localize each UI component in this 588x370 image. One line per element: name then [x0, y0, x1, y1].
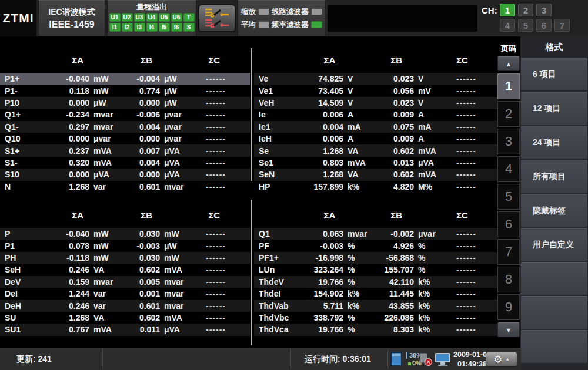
value-sigma-b: 0.001 — [123, 289, 160, 298]
page-down-button[interactable]: ▼ — [497, 322, 520, 337]
page-6-button[interactable]: 6 — [497, 211, 520, 237]
channel-4-button[interactable]: 4 — [500, 19, 515, 32]
table-row-S1+[interactable]: S1+0.237mVA0.007μVA------ — [0, 144, 250, 156]
table-row-ThdeV[interactable]: ThdeV19.766%42.110k%------ — [254, 276, 497, 288]
table-row-Q1+[interactable]: Q1+-0.234mvar-0.006μvar------ — [0, 109, 250, 120]
table-row-PF[interactable]: PF-0.003%4.926%------ — [254, 240, 497, 251]
table-row-SeH[interactable]: SeH0.246VA0.602mVA------ — [0, 264, 250, 275]
page-3-button[interactable]: 3 — [497, 129, 520, 154]
column-header-c: ΣC — [208, 55, 220, 65]
format-button-4[interactable]: 所有项目 — [521, 160, 587, 193]
table-row-P[interactable]: P-0.040mW0.030mW------ — [0, 228, 250, 240]
table-row-DeV[interactable]: DeV0.159mvar0.005mvar------ — [0, 276, 250, 288]
freq-filter-toggle[interactable] — [311, 21, 322, 28]
table-row-SU[interactable]: SU1.268VA0.602mVA------ — [0, 312, 250, 324]
overload-indicator-i3: I3 — [134, 23, 145, 32]
line-filter-toggle[interactable] — [311, 8, 322, 15]
param-name: DeI — [0, 289, 52, 298]
table-row-ThdVbc[interactable]: ThdVbc338.792%226.086k%------ — [254, 312, 497, 324]
format-sidebar-title: 格式 — [520, 36, 588, 58]
zoom-toggle[interactable] — [258, 8, 269, 15]
table-row-Q1-[interactable]: Q1-0.297mvar0.004μvar------ — [0, 121, 250, 133]
value-sigma-c: ------ — [448, 289, 497, 298]
format-button-empty[interactable] — [521, 296, 587, 329]
unit-sigma-b: mW — [160, 229, 194, 238]
page-up-button[interactable]: ▲ — [497, 56, 520, 71]
unit-sigma-a: μVA — [89, 170, 123, 179]
table-row-P1-[interactable]: P1-0.118mW0.774μW------ — [0, 85, 250, 96]
table-row-Ie1[interactable]: Ie10.004mA0.075mA------ — [254, 121, 497, 133]
table-row-IeH[interactable]: IeH0.006A0.009A------ — [254, 133, 497, 144]
table-row-Se1[interactable]: Se10.803mVA0.013μVA------ — [254, 157, 497, 169]
wiring-settings-button[interactable] — [198, 4, 236, 32]
channel-1-button[interactable]: 1 — [500, 4, 515, 16]
unit-sigma-a: VA — [89, 265, 123, 274]
unit-sigma-a: mvar — [89, 277, 123, 287]
table-row-ThdVab[interactable]: ThdVab5.711k%43.855k%------ — [254, 300, 497, 311]
channel-7-button[interactable]: 7 — [554, 19, 570, 32]
overload-indicator-u1: U1 — [109, 13, 121, 22]
format-button-1[interactable]: 6 项目 — [521, 58, 587, 90]
page-9-button[interactable]: 9 — [497, 294, 520, 320]
table-row-VeH[interactable]: VeH14.509V0.023V------ — [254, 97, 497, 109]
table-row-Se[interactable]: Se1.268VA0.602mVA------ — [254, 144, 497, 156]
unit-sigma-a: k% — [343, 301, 377, 311]
table-row-HP[interactable]: HP157.899k%4.820M%------ — [254, 181, 497, 193]
table-row-Ve1[interactable]: Ve173.405V0.056mV------ — [254, 85, 497, 96]
table-row-Q10[interactable]: Q100.000μvar0.000μvar------ — [0, 133, 250, 144]
format-button-empty[interactable] — [521, 330, 587, 363]
page-4-button[interactable]: 4 — [497, 156, 520, 182]
page-5-button[interactable]: 5 — [497, 184, 520, 210]
table-row-S1-[interactable]: S1-0.320mVA0.004μVA------ — [0, 157, 250, 169]
value-sigma-a: 1.268 — [306, 170, 343, 179]
table-row-P1[interactable]: P10.078mW-0.003μW------ — [0, 240, 250, 251]
table-row-LUn[interactable]: LUn323.264%155.707%------ — [254, 264, 497, 275]
channel-2-button[interactable]: 2 — [518, 4, 533, 16]
table-row-PH[interactable]: PH-0.118mW0.030mW------ — [0, 252, 250, 264]
channel-5-button[interactable]: 5 — [518, 19, 533, 32]
table-row-N[interactable]: N1.268var0.601mvar------ — [0, 181, 250, 193]
value-sigma-c: ------ — [448, 301, 497, 311]
table-row-S10[interactable]: S100.000μVA0.000μVA------ — [0, 169, 250, 180]
format-button-6[interactable]: 用户自定义 — [521, 228, 587, 261]
table-row-Q1[interactable]: Q10.063mvar-0.002μvar------ — [254, 228, 497, 240]
value-sigma-a: 154.902 — [306, 289, 343, 298]
table-row-Ve[interactable]: Ve74.825V0.023V------ — [254, 73, 497, 85]
scrollbar-bottom[interactable] — [251, 200, 252, 345]
table-row-DeH[interactable]: DeH0.246var0.601mvar------ — [0, 300, 250, 311]
page-7-button[interactable]: 7 — [497, 239, 520, 265]
table-column-headers: ΣAΣBΣC — [0, 55, 250, 68]
table-row-PF1+[interactable]: PF1+-16.998%-56.868%------ — [254, 252, 497, 264]
channel-6-button[interactable]: 6 — [536, 19, 552, 32]
format-button-empty[interactable] — [521, 262, 587, 295]
format-button-list: 6 项目12 项目24 项目所有项目隐藏标签用户自定义 — [520, 58, 588, 363]
scrollbar-top[interactable] — [251, 48, 252, 181]
page-1-button[interactable]: 1 — [497, 73, 520, 99]
param-name: P10 — [0, 98, 52, 107]
table-row-SeN[interactable]: SeN1.268VA0.602mVA------ — [254, 169, 497, 180]
average-label: 平均 — [241, 20, 256, 30]
page-2-button[interactable]: 2 — [497, 101, 520, 127]
table-row-ThdeI[interactable]: ThdeI154.902k%11.445k%------ — [254, 288, 497, 300]
value-sigma-b: 0.004 — [123, 158, 160, 167]
format-button-5[interactable]: 隐藏标签 — [521, 194, 587, 227]
unit-sigma-a: var — [89, 301, 123, 311]
value-sigma-a: 323.264 — [306, 265, 343, 274]
format-button-3[interactable]: 24 项目 — [521, 126, 587, 159]
value-sigma-c: ------ — [194, 170, 250, 179]
unit-sigma-b: k% — [414, 313, 448, 322]
table-row-SU1[interactable]: SU10.767mVA0.011μVA------ — [0, 324, 250, 335]
page-8-button[interactable]: 8 — [497, 267, 520, 292]
table-row-DeI[interactable]: DeI1.244var0.001mvar------ — [0, 288, 250, 300]
unit-sigma-b: μW — [160, 86, 194, 96]
channel-3-button[interactable]: 3 — [536, 4, 552, 16]
unit-sigma-a: mW — [89, 86, 123, 96]
average-toggle[interactable] — [258, 21, 269, 28]
table-row-P1+[interactable]: P1+-0.040mW-0.004μW------ — [0, 73, 250, 85]
settings-gear-button[interactable]: ⚙ ▲ — [486, 352, 517, 367]
format-button-2[interactable]: 12 项目 — [521, 92, 587, 125]
table-row-ThdVca[interactable]: ThdVca19.766%8.303k%------ — [254, 324, 497, 335]
unit-sigma-a: mvar — [343, 229, 377, 238]
table-row-P10[interactable]: P100.000μW0.000μW------ — [0, 97, 250, 109]
table-row-Ie[interactable]: Ie0.006A0.009A------ — [254, 109, 497, 120]
